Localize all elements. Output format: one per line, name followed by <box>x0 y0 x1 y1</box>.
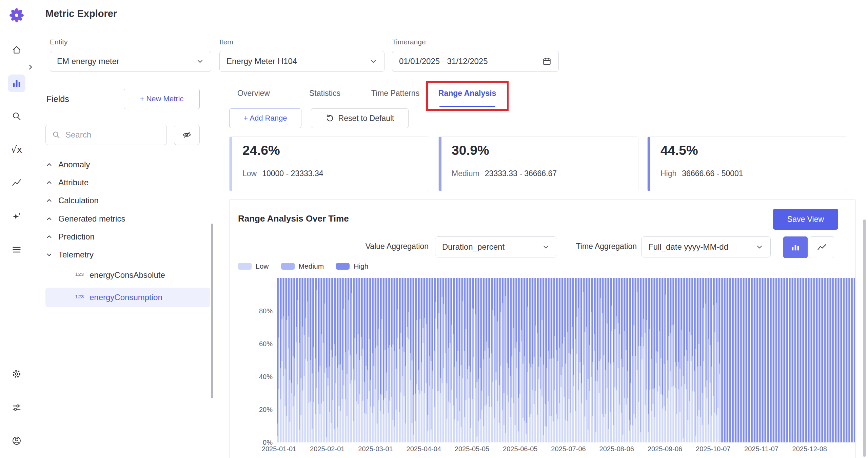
reset-to-default-button[interactable]: Reset to Default <box>311 108 409 128</box>
field-item-energyconsumption[interactable]: ¹²³ energyConsumption <box>45 288 210 307</box>
range-percent: 30.9% <box>452 143 489 158</box>
chart-legend: Low Medium High <box>238 262 368 270</box>
y-axis-tick-label: 20% <box>259 405 273 414</box>
nav-home-button[interactable] <box>8 41 25 59</box>
tab-overview[interactable]: Overview <box>237 89 270 98</box>
save-view-button[interactable]: Save View <box>773 209 838 230</box>
fields-search-input[interactable] <box>45 125 167 145</box>
number-type-icon: ¹²³ <box>75 271 84 280</box>
entity-select-value: EM energy meter <box>57 57 119 66</box>
calendar-icon[interactable] <box>542 57 552 66</box>
legend-label: High <box>354 262 368 270</box>
time-aggregation-value: Full_date yyyy-MM-dd <box>648 242 728 252</box>
legend-swatch <box>281 263 295 270</box>
range-label: High <box>660 169 676 178</box>
search-input[interactable] <box>65 130 160 140</box>
window-scrollbar[interactable] <box>863 220 866 457</box>
hamburger-menu-icon <box>12 245 22 255</box>
tab-time-patterns[interactable]: Time Patterns <box>371 89 419 98</box>
legend-item-high: High <box>336 262 368 270</box>
legend-swatch <box>336 263 350 270</box>
field-section-generated-metrics[interactable]: Generated metrics <box>45 210 205 228</box>
x-axis-tick-label: 2025-12-08 <box>792 445 827 453</box>
line-chart-toggle-button[interactable] <box>810 236 834 258</box>
range-bounds: 23333.33 - 36666.67 <box>485 169 557 178</box>
stat-card-accent <box>648 137 650 191</box>
field-section-attribute[interactable]: Attribute <box>45 173 205 191</box>
field-section-anomaly[interactable]: Anomaly <box>45 155 205 173</box>
field-section-calculation[interactable]: Calculation <box>45 191 205 209</box>
value-aggregation-value: Duration_percent <box>442 242 505 252</box>
nav-menu-button[interactable] <box>8 241 25 258</box>
nav-metrics-button[interactable] <box>8 75 25 92</box>
chevron-up-icon <box>45 161 53 168</box>
nav-explore-button[interactable] <box>8 107 25 125</box>
time-aggregation-select[interactable]: Full_date yyyy-MM-dd <box>641 236 771 257</box>
user-icon <box>12 436 22 446</box>
hide-fields-button[interactable] <box>174 125 200 145</box>
x-axis-tick-label: 2025-03-01 <box>358 445 393 453</box>
bar-chart-toggle-button[interactable] <box>783 236 808 258</box>
legend-swatch <box>238 263 252 270</box>
settings-button[interactable] <box>8 365 25 383</box>
section-label: Prediction <box>58 232 95 242</box>
field-item-energyconsabsolute[interactable]: ¹²³ energyConsAbsolute <box>45 266 210 285</box>
number-type-icon: ¹²³ <box>75 293 84 302</box>
x-axis-tick-label: 2025-01-01 <box>262 445 296 453</box>
section-label: Attribute <box>58 178 88 187</box>
sqrt-x-icon: √x <box>11 144 22 155</box>
range-bounds: 10000 - 23333.34 <box>262 169 323 178</box>
field-item-label: energyConsumption <box>90 293 162 302</box>
chevron-up-icon <box>45 179 53 186</box>
fields-panel-scrollbar[interactable] <box>211 224 213 398</box>
item-select[interactable]: Energy Meter H104 <box>219 51 384 72</box>
tab-range-analysis[interactable]: Range Analysis <box>438 89 496 98</box>
range-percent: 24.6% <box>242 143 280 158</box>
chevron-down-icon <box>542 243 550 251</box>
chevron-down-icon <box>45 251 53 258</box>
preferences-button[interactable] <box>8 399 25 416</box>
entity-select[interactable]: EM energy meter <box>50 51 211 72</box>
range-percent: 44.5% <box>660 143 698 158</box>
range-analysis-chart <box>277 278 855 442</box>
add-range-button[interactable]: + Add Range <box>229 108 301 128</box>
sidebar-expand-button[interactable] <box>25 61 36 73</box>
section-label: Anomaly <box>58 160 90 169</box>
sliders-icon <box>12 402 22 413</box>
x-axis-tick-label: 2025-04-04 <box>407 445 441 453</box>
value-aggregation-label: Value Aggregation <box>344 242 429 251</box>
reset-label: Reset to Default <box>338 114 394 123</box>
legend-item-low: Low <box>238 262 269 270</box>
app-logo-icon[interactable] <box>8 7 25 24</box>
nav-trends-button[interactable] <box>8 174 25 191</box>
legend-item-medium: Medium <box>281 262 324 270</box>
chevron-up-icon <box>45 197 53 204</box>
user-profile-button[interactable] <box>8 432 25 450</box>
x-axis-tick-label: 2025-05-05 <box>455 445 489 453</box>
fields-panel-title: Fields <box>46 94 69 104</box>
stat-card-accent <box>439 137 441 191</box>
timerange-input[interactable]: 01/01/2025 - 31/12/2025 <box>392 51 559 72</box>
nav-formulas-button[interactable]: √x <box>8 141 25 158</box>
eye-off-icon <box>182 130 192 140</box>
x-axis-tick-label: 2025-02-01 <box>310 445 344 453</box>
tab-statistics[interactable]: Statistics <box>309 89 340 98</box>
chevron-down-icon <box>196 57 204 65</box>
stat-card-accent <box>230 137 232 191</box>
new-metric-button[interactable]: + New Metric <box>124 89 200 109</box>
x-axis-tick-label: 2025-11-07 <box>744 445 778 453</box>
range-label: Medium <box>452 169 479 178</box>
section-label: Generated metrics <box>58 214 125 224</box>
home-icon <box>12 45 22 55</box>
chevron-down-icon <box>369 57 377 65</box>
y-axis-tick-label: 40% <box>259 373 273 381</box>
range-label: Low <box>242 169 257 178</box>
range-card-low: 24.6% Low 10000 - 23333.34 <box>229 137 429 191</box>
field-section-telemetry[interactable]: Telemetry <box>45 246 205 264</box>
nav-ai-button[interactable] <box>8 208 25 225</box>
field-section-prediction[interactable]: Prediction <box>45 228 205 246</box>
value-aggregation-select[interactable]: Duration_percent <box>435 236 557 257</box>
search-icon <box>52 130 61 139</box>
legend-label: Medium <box>299 262 324 270</box>
range-card-high: 44.5% High 36666.66 - 50001 <box>647 137 847 191</box>
